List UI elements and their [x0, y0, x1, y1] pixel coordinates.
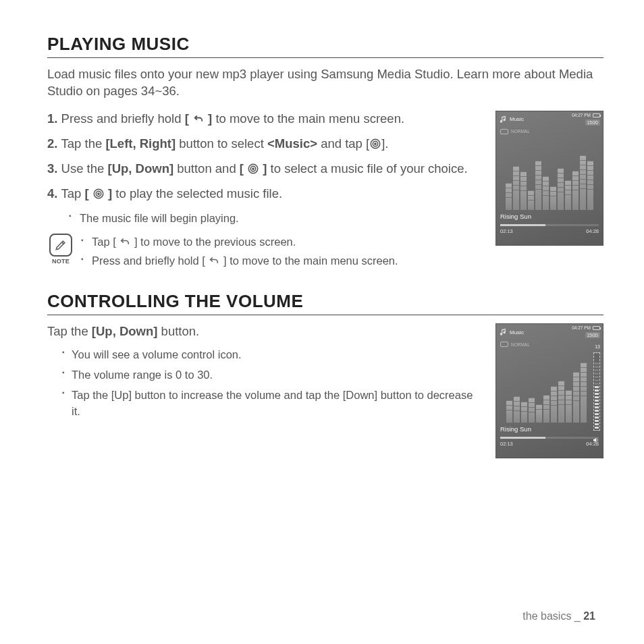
svg-point-5 [252, 168, 254, 169]
note-1-a: Tap [ [92, 236, 119, 248]
vol-b3: Tap the [Up] button to increase the volu… [47, 387, 483, 420]
back-icon [119, 236, 131, 248]
volume-bullets: You will see a volume control icon. The … [47, 347, 483, 420]
volume-strip [593, 352, 600, 431]
device-title: Music [510, 329, 524, 336]
svg-point-8 [98, 193, 99, 194]
device-screenshot-1: Music 04:27 PM 15/20 NORMAL [495, 111, 603, 246]
footer-section: the basics [522, 610, 571, 622]
battery-icon [593, 113, 600, 117]
device-time-elapsed: 02:13 [500, 228, 513, 234]
volume-instruction: Tap the [Up, Down] button. [47, 323, 483, 340]
step4-sub-bullets: The music file will begin playing. [47, 211, 483, 227]
step-1: Press and briefly hold [ ] to move to th… [47, 111, 483, 128]
step-3-a: Use the [61, 161, 108, 176]
pencil-note-icon [49, 234, 72, 257]
note-label: NOTE [52, 258, 70, 265]
step-3-d: to select a music file of your choice. [267, 161, 467, 176]
device-screenshot-2: Music 04:27 PM 15/20 NORMAL 13 [495, 323, 603, 458]
device-time: 04:27 PM [572, 113, 591, 117]
note-block: NOTE Tap [ ] to move to the previous scr… [47, 234, 483, 273]
device-time-elapsed: 02:13 [500, 441, 513, 447]
step-3-b: [Up, Down] [107, 161, 173, 176]
controlling-volume-heading: CONTROLLING THE VOLUME [47, 291, 603, 312]
playing-music-row: Press and briefly hold [ ] to move to th… [47, 111, 603, 272]
divider [47, 57, 603, 58]
device-progress-bar [500, 437, 599, 439]
playing-music-intro: Load music files onto your new mp3 playe… [47, 66, 603, 100]
step-4: Tap [ ] to play the selected music file. [47, 186, 483, 203]
step-1-a: Press and briefly hold [61, 111, 185, 126]
note-2-a: Press and briefly hold [ [92, 254, 208, 267]
battery-icon [593, 326, 600, 330]
step-1-b: to move to the main menu screen. [212, 111, 404, 126]
step-2: Tap the [Left, Right] button to select <… [47, 136, 483, 153]
footer-sep: _ [571, 610, 583, 622]
repeat-icon [500, 342, 508, 347]
equalizer-bars [496, 348, 603, 423]
vol-inst-c: button. [157, 324, 199, 338]
vol-b2: The volume range is 0 to 30. [47, 367, 483, 383]
note-1-b: ] to move to the previous screen. [131, 236, 296, 248]
repeat-icon [500, 129, 508, 134]
step-2-b: [Left, Right] [105, 136, 176, 151]
step4-sub1: The music file will begin playing. [47, 211, 483, 227]
volume-row: Tap the [Up, Down] button. You will see … [47, 323, 603, 458]
step-2-c: button to select [176, 136, 267, 151]
device-time-total: 04:28 [586, 228, 599, 234]
svg-point-2 [375, 143, 376, 144]
device-time: 04:27 PM [572, 325, 591, 330]
step-4-b: to play the selected music file. [112, 186, 282, 200]
step-4-a: Tap [61, 186, 85, 200]
step-3: Use the [Up, Down] button and [ ] to sel… [47, 161, 483, 178]
device-eq-mode: NORMAL [511, 342, 530, 347]
page-footer: the basics _ 21 [522, 610, 595, 622]
playing-music-steps: Press and briefly hold [ ] to move to th… [47, 111, 483, 203]
device-song-title: Rising Sun [496, 423, 603, 435]
step-2-f: ]. [381, 136, 388, 151]
device-song-title: Rising Sun [496, 210, 603, 223]
playing-music-heading: PLAYING MUSIC [47, 34, 603, 55]
note-2: Press and briefly hold [ ] to move to th… [81, 252, 483, 269]
equalizer-bars [496, 136, 603, 210]
step-3-c: button and [173, 161, 240, 176]
target-icon [92, 188, 105, 200]
divider [47, 315, 603, 315]
device-eq-mode: NORMAL [511, 129, 530, 134]
target-icon [369, 138, 381, 150]
vol-inst-b: [Up, Down] [92, 324, 158, 338]
note-1: Tap [ ] to move to the previous screen. [81, 234, 483, 250]
back-icon [192, 113, 205, 125]
device-title: Music [510, 116, 524, 122]
back-icon [208, 254, 220, 267]
footer-page-number: 21 [583, 610, 595, 622]
vol-b1: You will see a volume control icon. [47, 347, 483, 363]
music-note-icon [499, 115, 508, 124]
note-2-b: ] to move to the main menu screen. [220, 254, 398, 267]
manual-page: PLAYING MUSIC Load music files onto your… [0, 0, 644, 644]
device-volume-level: 13 [595, 344, 600, 349]
device-progress-bar [500, 224, 599, 226]
note-list: Tap [ ] to move to the previous screen. … [81, 234, 483, 273]
device-track-count: 15/20 [585, 332, 600, 338]
step-2-d: <Music> [267, 136, 317, 151]
device-track-count: 15/20 [585, 119, 600, 126]
vol-inst-a: Tap the [47, 324, 92, 338]
note-icon-wrap: NOTE [47, 234, 74, 265]
music-note-icon [499, 327, 508, 337]
step-2-a: Tap the [61, 136, 106, 151]
target-icon [247, 163, 259, 175]
step-2-e: and tap [ [317, 136, 369, 151]
